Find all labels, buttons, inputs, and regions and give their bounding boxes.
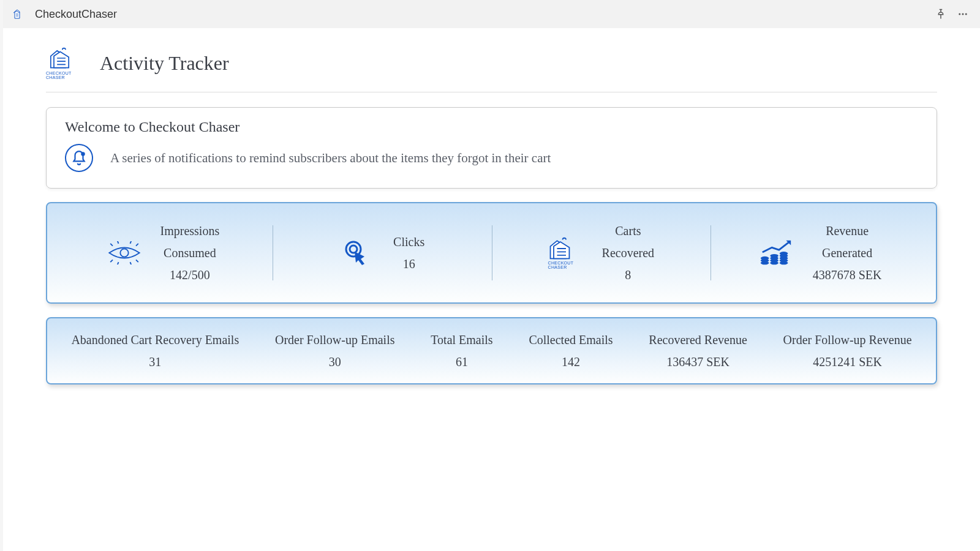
stat-clicks: Clicks 16 bbox=[273, 222, 492, 284]
app-logo-icon bbox=[13, 7, 28, 21]
stat-revenue-value: 4387678 SEK bbox=[813, 266, 882, 284]
cart-icon-caption: CHECKOUT CHASER bbox=[548, 261, 584, 269]
app-title: CheckoutChaser bbox=[35, 8, 117, 21]
metric-collected-value: 142 bbox=[562, 353, 580, 371]
page-logo: CHECKOUT CHASER bbox=[46, 47, 85, 80]
content-area: CHECKOUT CHASER Activity Tracker Welcome… bbox=[3, 28, 980, 551]
pin-button[interactable] bbox=[933, 7, 948, 21]
revenue-growth-icon bbox=[759, 239, 794, 267]
metrics-panel: Abandoned Cart Recovery Emails 31 Order … bbox=[46, 317, 937, 384]
metric-total-label: Total Emails bbox=[431, 331, 492, 349]
stat-impressions-label2: Consumed bbox=[164, 244, 216, 262]
metric-recovered-rev-value: 136437 SEK bbox=[666, 353, 729, 371]
svg-point-13 bbox=[770, 254, 778, 258]
svg-point-3 bbox=[81, 152, 84, 155]
stat-carts-value: 8 bbox=[625, 266, 631, 284]
metric-total: Total Emails 61 bbox=[431, 331, 492, 371]
stat-clicks-value: 16 bbox=[403, 255, 415, 273]
metric-collected-label: Collected Emails bbox=[529, 331, 612, 349]
metric-abandoned: Abandoned Cart Recovery Emails 31 bbox=[71, 331, 239, 371]
checkout-chaser-logo-icon bbox=[50, 47, 81, 70]
metric-followup-rev-label: Order Follow-up Revenue bbox=[783, 331, 912, 349]
welcome-heading: Welcome to Checkout Chaser bbox=[65, 119, 918, 135]
logo-caption: CHECKOUT CHASER bbox=[46, 71, 85, 80]
stat-clicks-label: Clicks bbox=[393, 233, 424, 251]
topbar: CheckoutChaser bbox=[3, 0, 980, 28]
svg-point-9 bbox=[761, 257, 769, 260]
cart-recovered-icon: CHECKOUT CHASER bbox=[548, 239, 584, 267]
metric-followup: Order Follow-up Emails 30 bbox=[275, 331, 395, 371]
page-header: CHECKOUT CHASER Activity Tracker bbox=[46, 47, 937, 92]
metric-recovered-rev-label: Recovered Revenue bbox=[649, 331, 747, 349]
click-icon bbox=[339, 239, 375, 267]
stat-impressions-label1: Impressions bbox=[160, 222, 220, 240]
metric-recovered-rev: Recovered Revenue 136437 SEK bbox=[649, 331, 747, 371]
notification-bell-icon bbox=[65, 144, 93, 172]
svg-point-1 bbox=[962, 13, 964, 15]
stat-carts-label2: Recovered bbox=[602, 244, 655, 262]
metric-followup-rev-value: 4251241 SEK bbox=[813, 353, 882, 371]
page-title: Activity Tracker bbox=[100, 52, 229, 75]
welcome-card: Welcome to Checkout Chaser A series of n… bbox=[46, 107, 937, 189]
stat-impressions: Impressions Consumed 142/500 bbox=[53, 222, 273, 284]
svg-point-0 bbox=[959, 13, 960, 15]
stat-revenue: Revenue Generated 4387678 SEK bbox=[710, 222, 930, 284]
stat-carts: CHECKOUT CHASER Carts Recovered 8 bbox=[492, 222, 711, 284]
stat-impressions-value: 142/500 bbox=[170, 266, 210, 284]
svg-point-2 bbox=[965, 13, 967, 15]
svg-point-4 bbox=[120, 249, 128, 257]
welcome-subtext: A series of notifications to remind subs… bbox=[110, 151, 551, 166]
eye-icon bbox=[107, 239, 142, 267]
svg-point-18 bbox=[780, 252, 788, 255]
stat-revenue-label2: Generated bbox=[822, 244, 872, 262]
svg-point-6 bbox=[350, 246, 357, 253]
metric-abandoned-label: Abandoned Cart Recovery Emails bbox=[71, 331, 239, 349]
stat-panel: Impressions Consumed 142/500 Clicks 16 bbox=[46, 202, 937, 304]
metric-followup-value: 30 bbox=[329, 353, 341, 371]
metric-total-value: 61 bbox=[456, 353, 468, 371]
metric-abandoned-value: 31 bbox=[149, 353, 161, 371]
metric-followup-rev: Order Follow-up Revenue 4251241 SEK bbox=[783, 331, 912, 371]
stat-revenue-label1: Revenue bbox=[826, 222, 869, 240]
metric-collected: Collected Emails 142 bbox=[529, 331, 612, 371]
stat-carts-label1: Carts bbox=[615, 222, 641, 240]
metric-followup-label: Order Follow-up Emails bbox=[275, 331, 395, 349]
more-button[interactable] bbox=[956, 7, 970, 21]
